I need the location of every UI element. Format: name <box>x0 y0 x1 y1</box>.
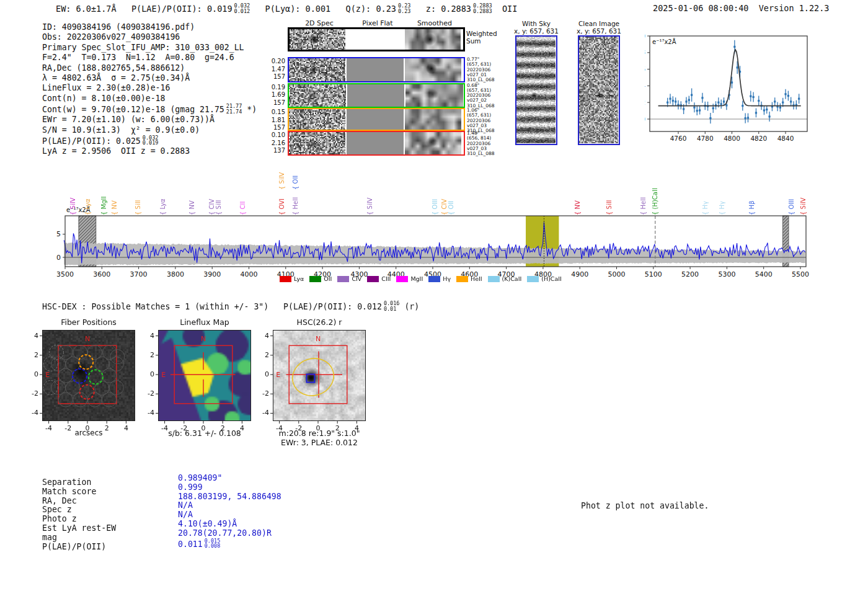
lineflux-caption: s/b: 6.31 +/- 0.108 <box>143 429 267 438</box>
match-row-value: 20.78(20.77,20.80)R <box>178 529 281 538</box>
match-row-label: mag <box>42 533 116 543</box>
panel-y-tick: 4 <box>254 332 269 340</box>
panel-y-tick: 2 <box>24 351 38 359</box>
match-row-label: Separation <box>42 478 116 487</box>
match-row-value: 4.10(±0.49)Å <box>178 520 281 529</box>
match-row-label: P(LAE)/P(OII) <box>42 543 116 552</box>
panel-y-tick: -4 <box>24 409 38 417</box>
panel-y-tick: -2 <box>24 389 38 398</box>
panel-y-tick: -4 <box>254 409 269 417</box>
match-table-values: 0.989409"0.999188.803199, 54.886498N/AN/… <box>178 474 281 549</box>
panel-y-tick: -2 <box>254 389 269 398</box>
match-table-labels: SeparationMatch scoreRA, DecSpec zPhoto … <box>42 478 116 551</box>
fiber-xlabel: arcsecs <box>42 429 135 437</box>
match-row-label: Match score <box>42 487 116 497</box>
panel-y-tick: -2 <box>140 389 154 398</box>
panel-y-tick: 2 <box>254 351 269 359</box>
svg-text:N: N <box>316 335 321 343</box>
panel-y-tick: 4 <box>140 332 154 340</box>
match-row-value: 0.989409" <box>178 474 281 483</box>
phot-z-note: Phot z plot not available. <box>581 501 709 510</box>
panel-y-tick: 0 <box>24 370 38 378</box>
hetdex-report-page: EW: 6.0±1.7Å P(LAE)/P(OII): 0.0190.0320.… <box>0 0 868 591</box>
match-row-value: N/A <box>178 501 281 510</box>
panel-y-tick: 0 <box>140 370 154 378</box>
svg-text:N: N <box>85 335 90 343</box>
panel-y-tick: 0 <box>254 370 269 378</box>
panel-y-tick: -4 <box>140 409 154 417</box>
match-row-value: 188.803199, 54.886498 <box>178 492 281 502</box>
match-row-label: RA, Dec <box>42 497 116 506</box>
panel-overlays: NENENE <box>0 0 868 591</box>
svg-text:E: E <box>161 371 166 379</box>
hsc-caption-1: m:20.8 re:1.9" s:1.0" <box>257 429 381 438</box>
match-row-value: 0.0110.0150.008 <box>178 538 281 549</box>
match-row-label: Photo z <box>42 515 116 524</box>
panel-y-tick: 2 <box>140 351 154 359</box>
hsc-caption-2: EWr: 3, PLAE: 0.012 <box>257 438 381 447</box>
match-row-label: Spec z <box>42 505 116 515</box>
svg-text:E: E <box>45 371 50 379</box>
match-row-label: Est LyA rest-EW <box>42 524 116 533</box>
panel-y-tick: 4 <box>24 332 38 340</box>
match-row-value: N/A <box>178 510 281 520</box>
svg-text:N: N <box>201 335 206 343</box>
match-row-value: 0.999 <box>178 483 281 492</box>
svg-text:E: E <box>276 371 280 379</box>
